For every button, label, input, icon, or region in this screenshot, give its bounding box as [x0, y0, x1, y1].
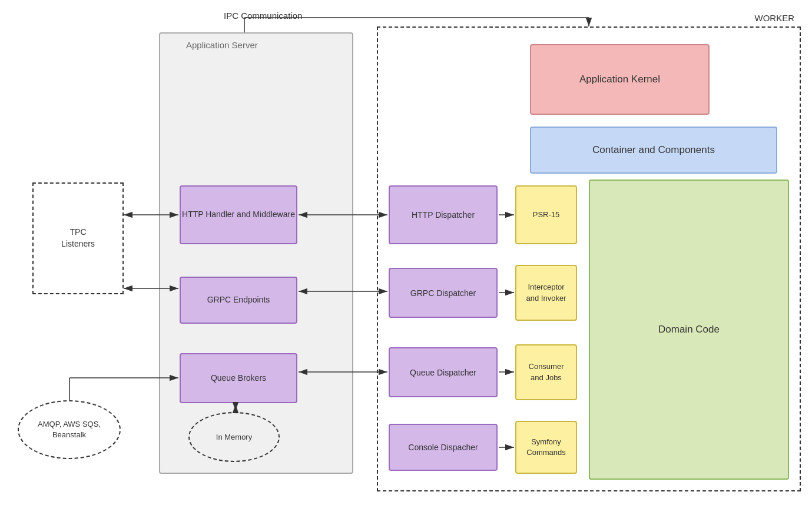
interceptor-label: Interceptorand Invoker — [526, 282, 566, 303]
worker-label: WORKER — [755, 13, 795, 23]
psr15-label: PSR-15 — [533, 210, 560, 220]
http-handler-label: HTTP Handler and Middleware — [182, 209, 295, 221]
consumer-jobs-label: Consumerand Jobs — [529, 361, 564, 383]
consumer-jobs-box: Consumerand Jobs — [515, 344, 577, 400]
app-server-box — [159, 32, 353, 474]
grpc-endpoints-box: GRPC Endpoints — [180, 277, 297, 324]
queue-dispatcher-label: Queue Dispatcher — [410, 368, 476, 377]
domain-code-label: Domain Code — [658, 324, 720, 335]
domain-code-box: Domain Code — [589, 180, 789, 480]
grpc-dispatcher-label: GRPC Dispatcher — [410, 288, 476, 298]
amqp-box: AMQP, AWS SQS,Beanstalk — [18, 400, 121, 459]
amqp-label: AMQP, AWS SQS,Beanstalk — [38, 419, 101, 440]
http-handler-box: HTTP Handler and Middleware — [180, 185, 297, 244]
console-dispatcher-box: Console Dispacher — [389, 424, 498, 471]
inmemory-label: In Memory — [216, 433, 252, 441]
tpc-label: TPCListeners — [61, 227, 95, 250]
inmemory-box: In Memory — [188, 412, 280, 462]
symfony-label: SymfonyCommands — [526, 437, 565, 458]
grpc-dispatcher-box: GRPC Dispatcher — [389, 268, 498, 318]
grpc-endpoints-label: GRPC Endpoints — [207, 294, 270, 306]
app-server-label: Application Server — [186, 40, 258, 50]
container-components-box: Container and Components — [530, 127, 777, 174]
queue-brokers-label: Queue Brokers — [211, 373, 266, 384]
console-dispatcher-label: Console Dispacher — [408, 443, 478, 452]
symfony-box: SymfonyCommands — [515, 421, 577, 474]
diagram: IPC Communication WORKER Application Ser… — [0, 0, 812, 525]
queue-dispatcher-box: Queue Dispatcher — [389, 347, 498, 397]
http-dispatcher-box: HTTP Dispatcher — [389, 185, 498, 244]
app-kernel-label: Application Kernel — [579, 74, 660, 85]
container-label: Container and Components — [592, 144, 715, 156]
queue-brokers-box: Queue Brokers — [180, 353, 297, 403]
app-kernel-box: Application Kernel — [530, 44, 710, 115]
ipc-label: IPC Communication — [224, 11, 302, 21]
interceptor-box: Interceptorand Invoker — [515, 265, 577, 321]
http-dispatcher-label: HTTP Dispatcher — [412, 210, 475, 220]
psr15-box: PSR-15 — [515, 185, 577, 244]
tpc-listeners-box: TPCListeners — [32, 182, 124, 294]
